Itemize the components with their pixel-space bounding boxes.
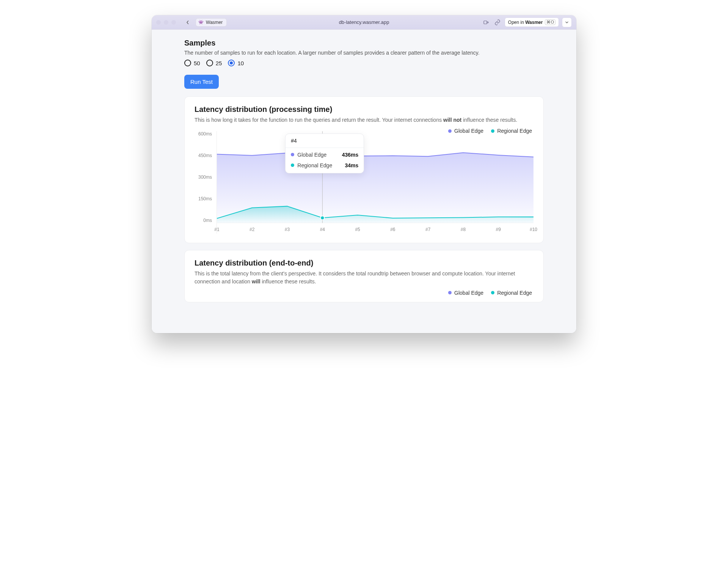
legend-dot-icon xyxy=(448,291,452,294)
tab-chip[interactable]: 👾 Wasmer xyxy=(196,18,227,27)
x-tick: #8 xyxy=(457,227,469,232)
chart-tooltip: #4 Global Edge 436ms Regional Edge 34ms xyxy=(285,134,364,173)
y-tick: 150ms xyxy=(198,196,212,201)
x-tick: #1 xyxy=(211,227,223,232)
y-tick: 0ms xyxy=(203,218,212,223)
zoom-window-icon[interactable] xyxy=(171,20,176,25)
app-window: 👾 Wasmer db-latency.wasmer.app Open in W… xyxy=(152,15,576,333)
window-controls xyxy=(156,20,176,25)
x-tick: #6 xyxy=(387,227,399,232)
end-to-end-card: Latency distribution (end-to-end) This i… xyxy=(184,250,544,302)
tooltip-value: 436ms xyxy=(342,152,359,158)
back-button[interactable] xyxy=(184,18,192,27)
chevron-down-icon xyxy=(565,20,569,24)
samples-title: Samples xyxy=(184,39,544,47)
legend-label: Global Edge xyxy=(454,290,483,296)
samples-option-10[interactable]: 10 xyxy=(228,60,244,66)
link-icon[interactable] xyxy=(493,18,502,27)
e2e-title: Latency distribution (end-to-end) xyxy=(195,259,533,267)
x-tick: #4 xyxy=(317,227,328,232)
close-window-icon[interactable] xyxy=(156,20,161,25)
x-tick: #7 xyxy=(422,227,434,232)
x-tick: #5 xyxy=(352,227,363,232)
samples-option-label: 50 xyxy=(194,60,200,66)
processing-time-card: Latency distribution (processing time) T… xyxy=(184,96,544,243)
titlebar-right: Open in Wasmer ⌘O xyxy=(482,17,572,27)
radio-icon xyxy=(184,60,191,66)
processing-title: Latency distribution (processing time) xyxy=(195,105,533,114)
x-tick: #2 xyxy=(246,227,258,232)
favicon-icon: 👾 xyxy=(198,20,204,25)
chevron-left-icon xyxy=(186,20,190,24)
radio-selected-icon xyxy=(228,60,235,66)
y-tick: 300ms xyxy=(198,175,212,180)
samples-option-label: 10 xyxy=(237,60,244,66)
x-tick: #10 xyxy=(528,227,539,232)
y-axis: 600ms450ms300ms150ms0ms xyxy=(195,131,212,234)
processing-description: This is how long it takes for the functi… xyxy=(195,116,533,124)
tooltip-row-regional: Regional Edge 34ms xyxy=(286,160,364,173)
titlebar: 👾 Wasmer db-latency.wasmer.app Open in W… xyxy=(152,15,576,30)
tooltip-header: #4 xyxy=(286,134,364,148)
samples-option-25[interactable]: 25 xyxy=(206,60,222,66)
tooltip-value: 34ms xyxy=(345,162,359,168)
samples-option-50[interactable]: 50 xyxy=(184,60,200,66)
svg-rect-0 xyxy=(484,21,487,24)
tooltip-label: Global Edge xyxy=(297,152,339,158)
extension-icon[interactable] xyxy=(482,18,490,27)
open-in-wasmer-button[interactable]: Open in Wasmer ⌘O xyxy=(505,17,559,27)
address-bar-url[interactable]: db-latency.wasmer.app xyxy=(339,19,389,25)
tooltip-row-global: Global Edge 436ms xyxy=(286,148,364,160)
minimize-window-icon[interactable] xyxy=(164,20,168,25)
y-tick: 450ms xyxy=(198,153,212,158)
legend-label: Regional Edge xyxy=(497,290,532,296)
legend-dot-icon xyxy=(491,291,494,294)
page-body: Samples The number of samples to run for… xyxy=(152,30,576,333)
more-menu-button[interactable] xyxy=(562,17,572,27)
legend-dot-icon xyxy=(291,164,294,167)
chart-plot-area[interactable]: #4 Global Edge 436ms Regional Edge 34ms xyxy=(217,131,533,234)
samples-description: The number of samples to run for each lo… xyxy=(184,50,544,56)
x-tick: #3 xyxy=(282,227,293,232)
x-axis: #1#2#3#4#5#6#7#8#9#10 xyxy=(217,225,533,234)
tooltip-label: Regional Edge xyxy=(297,162,342,168)
legend-regional-edge[interactable]: Regional Edge xyxy=(491,290,532,296)
samples-radio-group: 50 25 10 xyxy=(184,60,544,66)
y-tick: 600ms xyxy=(198,131,212,137)
x-tick: #9 xyxy=(493,227,504,232)
chart-svg xyxy=(217,131,533,223)
tab-label: Wasmer xyxy=(206,20,223,25)
open-in-text: Open in Wasmer xyxy=(508,20,543,25)
chart-legend: Global Edge Regional Edge xyxy=(448,290,532,296)
processing-chart: 600ms450ms300ms150ms0ms #4 Global Edge 4… xyxy=(195,131,533,234)
radio-icon xyxy=(206,60,213,66)
svg-point-4 xyxy=(320,216,324,220)
legend-global-edge[interactable]: Global Edge xyxy=(448,290,483,296)
samples-option-label: 25 xyxy=(216,60,222,66)
e2e-description: This is the total latency from the clien… xyxy=(195,270,533,286)
open-in-shortcut: ⌘O xyxy=(545,19,555,25)
run-test-button[interactable]: Run Test xyxy=(184,75,219,89)
legend-dot-icon xyxy=(291,153,294,156)
samples-section: Samples The number of samples to run for… xyxy=(184,39,544,96)
